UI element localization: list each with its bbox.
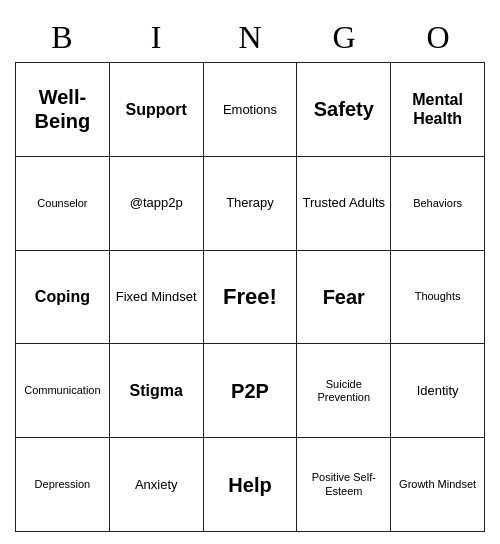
cell-r1-c1: @tapp2p [110,157,204,251]
cell-r4-c0: Depression [16,438,110,532]
cell-r4-c2: Help [204,438,298,532]
header-letter: I [109,12,203,62]
cell-r3-c3: Suicide Prevention [297,344,391,438]
bingo-grid: Well-BeingSupportEmotionsSafetyMental He… [15,62,485,532]
cell-r0-c2: Emotions [204,63,298,157]
cell-r2-c3: Fear [297,251,391,345]
cell-r4-c4: Growth Mindset [391,438,485,532]
cell-r0-c0: Well-Being [16,63,110,157]
cell-r3-c2: P2P [204,344,298,438]
cell-r1-c3: Trusted Adults [297,157,391,251]
header-letter: G [297,12,391,62]
bingo-card: BINGO Well-BeingSupportEmotionsSafetyMen… [15,12,485,532]
header-letter: O [391,12,485,62]
cell-r3-c4: Identity [391,344,485,438]
cell-r1-c4: Behaviors [391,157,485,251]
cell-r3-c1: Stigma [110,344,204,438]
cell-r4-c3: Positive Self-Esteem [297,438,391,532]
cell-r4-c1: Anxiety [110,438,204,532]
cell-r2-c0: Coping [16,251,110,345]
cell-r2-c1: Fixed Mindset [110,251,204,345]
header-letter: B [15,12,109,62]
cell-r0-c4: Mental Health [391,63,485,157]
cell-r1-c2: Therapy [204,157,298,251]
cell-r0-c1: Support [110,63,204,157]
cell-r2-c2: Free! [204,251,298,345]
cell-r1-c0: Counselor [16,157,110,251]
header-letter: N [203,12,297,62]
cell-r0-c3: Safety [297,63,391,157]
bingo-header: BINGO [15,12,485,62]
cell-r3-c0: Communication [16,344,110,438]
cell-r2-c4: Thoughts [391,251,485,345]
